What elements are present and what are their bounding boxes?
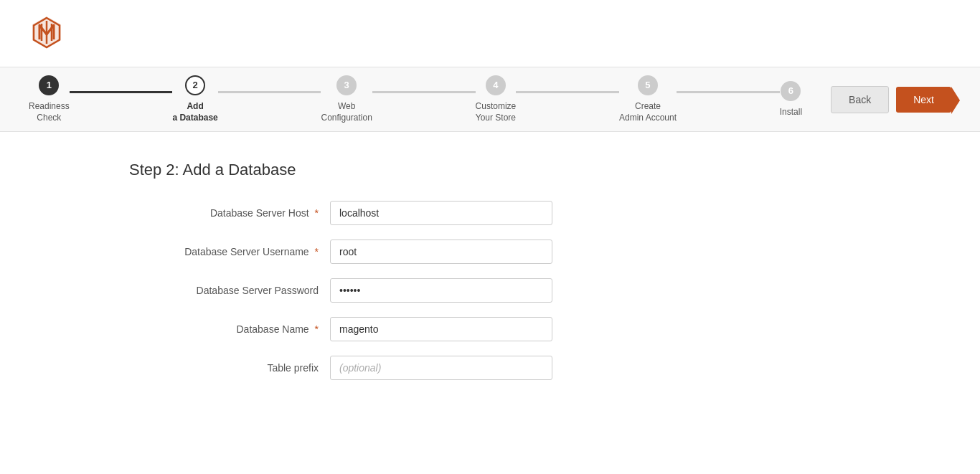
required-star-host: *: [315, 207, 319, 219]
step-label-1: ReadinessCheck: [29, 101, 70, 123]
table-prefix-input[interactable]: [330, 356, 552, 380]
step-circle-5: 5: [638, 75, 658, 95]
back-button[interactable]: Back: [831, 86, 889, 113]
db-name-input[interactable]: [330, 317, 552, 341]
step-label-6: Install: [780, 107, 802, 118]
next-button[interactable]: Next: [896, 87, 951, 113]
step-label-3: WebConfiguration: [321, 101, 372, 123]
db-password-label: Database Server Password: [129, 285, 330, 296]
step-connector-1-2: [70, 91, 173, 93]
wizard-bar: 1 ReadinessCheck 2 Adda Database 3 WebCo…: [0, 67, 980, 132]
db-username-input[interactable]: [330, 240, 552, 264]
db-host-group: Database Server Host *: [129, 201, 851, 225]
step-connector-5-6: [677, 91, 780, 93]
step-circle-4: 4: [486, 75, 506, 95]
step-circle-3: 3: [336, 75, 357, 95]
step-connector-2-3: [218, 91, 321, 93]
table-prefix-label: Table prefix: [129, 362, 330, 374]
table-prefix-group: Table prefix: [129, 356, 851, 380]
db-host-input[interactable]: [330, 201, 552, 225]
required-star-dbname: *: [315, 323, 319, 335]
step-circle-6: 6: [781, 81, 801, 101]
step-item-6: 6 Install: [780, 81, 802, 118]
step-connector-4-5: [516, 91, 619, 93]
wizard-steps: 1 ReadinessCheck 2 Adda Database 3 WebCo…: [29, 75, 802, 123]
db-name-group: Database Name *: [129, 317, 851, 341]
main-content: Step 2: Add a Database Database Server H…: [0, 132, 980, 423]
wizard-nav: Back Next: [831, 86, 951, 113]
db-password-group: Database Server Password: [129, 278, 851, 303]
page-title: Step 2: Add a Database: [129, 161, 851, 179]
step-label-5: CreateAdmin Account: [619, 101, 677, 123]
step-label-4: CustomizeYour Store: [476, 101, 517, 123]
step-item-5: 5 CreateAdmin Account: [619, 75, 677, 123]
step-label-2: Adda Database: [172, 101, 217, 123]
required-star-username: *: [315, 246, 319, 257]
step-connector-3-4: [372, 91, 476, 93]
db-password-input[interactable]: [330, 278, 552, 303]
db-name-label: Database Name *: [129, 323, 330, 335]
page-wrapper: 1 ReadinessCheck 2 Adda Database 3 WebCo…: [0, 0, 980, 474]
magento-logo: [29, 14, 65, 50]
step-circle-1: 1: [39, 75, 59, 95]
step-item-2: 2 Adda Database: [172, 75, 217, 123]
db-host-label: Database Server Host *: [129, 207, 330, 219]
step-item-4: 4 CustomizeYour Store: [476, 75, 517, 123]
step-circle-2: 2: [185, 75, 205, 95]
db-username-group: Database Server Username *: [129, 240, 851, 264]
step-item-3: 3 WebConfiguration: [321, 75, 372, 123]
header: [0, 0, 980, 67]
step-item-1: 1 ReadinessCheck: [29, 75, 70, 123]
db-username-label: Database Server Username *: [129, 246, 330, 257]
